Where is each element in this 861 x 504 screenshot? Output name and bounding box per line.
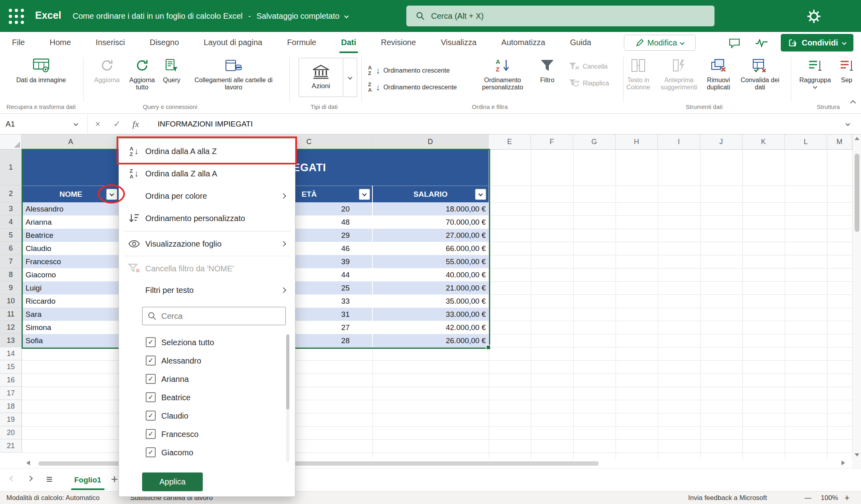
row-header-6[interactable]: 6 — [0, 242, 22, 255]
column-header-E[interactable]: E — [489, 134, 531, 150]
data-validation-button[interactable]: Convalida dei dati — [736, 56, 784, 91]
row-header-9[interactable]: 9 — [0, 281, 22, 294]
cell-nome[interactable]: Sofia — [22, 334, 120, 347]
query-button[interactable]: Query — [157, 56, 186, 84]
tab-inserisci[interactable]: Inserisci — [96, 32, 125, 53]
cell-salario[interactable]: 18.000,00 € — [372, 202, 489, 215]
zoom-level[interactable]: 100% — [817, 492, 841, 504]
fx-icon[interactable]: fx — [129, 114, 143, 134]
filter-button[interactable]: Filtro — [534, 56, 560, 84]
menu-item-sort-by-color[interactable]: Ordina per colore — [119, 185, 295, 207]
search-box[interactable]: Cerca (Alt + X) — [406, 6, 715, 26]
row-header-13[interactable]: 13 — [0, 334, 22, 347]
sort-descending-button[interactable]: ZA↓ Ordinamento decrescente — [368, 82, 457, 93]
apply-button[interactable]: Applica — [142, 472, 203, 491]
checkbox-checked[interactable]: ✓ — [146, 447, 156, 457]
activity-button[interactable] — [752, 35, 771, 51]
tab-file[interactable]: File — [12, 32, 25, 53]
menu-item-sort-z-to-a[interactable]: ZA↓ Ordina dalla Z alla A — [119, 162, 295, 185]
tab-guida[interactable]: Guida — [570, 32, 591, 53]
tab-automatizza[interactable]: Automatizza — [501, 32, 545, 53]
row-header-19[interactable]: 19 — [0, 413, 22, 426]
column-header-D[interactable]: D — [372, 134, 489, 150]
checkbox-checked[interactable]: ✓ — [146, 374, 156, 384]
cell-nome[interactable]: Francesco — [22, 255, 120, 268]
checkbox-checked[interactable]: ✓ — [146, 411, 156, 421]
column-header-K[interactable]: K — [742, 134, 785, 150]
ungroup-button[interactable]: Sep — [831, 56, 861, 84]
actions-dropdown-button[interactable] — [343, 58, 357, 97]
filter-checkbox-row[interactable]: ✓Alessandro — [119, 352, 295, 370]
cell-nome[interactable]: Alessandro — [22, 202, 120, 215]
checkbox-checked[interactable]: ✓ — [146, 356, 156, 366]
nome-filter-button[interactable] — [106, 189, 117, 200]
header-salario[interactable]: SALARIO — [372, 186, 489, 203]
column-header-H[interactable]: H — [616, 134, 658, 150]
row-header-17[interactable]: 17 — [0, 387, 22, 400]
next-sheet-icon[interactable] — [27, 476, 33, 481]
column-header-L[interactable]: L — [785, 134, 827, 150]
cell-nome[interactable]: Riccardo — [22, 294, 120, 308]
column-header-G[interactable]: G — [573, 134, 616, 150]
feedback-link[interactable]: Invia feedback a Microsoft — [688, 492, 767, 504]
select-all-button[interactable] — [0, 134, 22, 150]
cell-nome[interactable]: Luigi — [22, 281, 120, 294]
fill-handle[interactable] — [486, 345, 491, 350]
row-header-4[interactable]: 4 — [0, 215, 22, 229]
row-header-10[interactable]: 10 — [0, 294, 22, 308]
tab-revisione[interactable]: Revisione — [381, 32, 416, 53]
text-to-columns-button[interactable]: Testo in Colonne — [617, 56, 659, 91]
cell-nome[interactable]: Arianna — [22, 215, 120, 229]
eta-filter-button[interactable] — [359, 189, 370, 200]
menu-list-scrollbar-thumb[interactable] — [286, 334, 289, 409]
scroll-left-icon[interactable] — [26, 461, 30, 465]
comments-button[interactable] — [725, 35, 744, 51]
row-header-14[interactable]: 14 — [0, 347, 22, 360]
column-header-A[interactable]: A — [22, 134, 120, 150]
filter-checkbox-row[interactable]: ✓Arianna — [119, 370, 295, 388]
tab-disegno[interactable]: Disegno — [150, 32, 179, 53]
checkbox-checked[interactable]: ✓ — [146, 429, 156, 439]
tab-layout-di-pagina[interactable]: Layout di pagina — [204, 32, 262, 53]
workbook-links-button[interactable]: Collegamenti alle cartelle di lavoro — [191, 56, 276, 91]
cell-salario[interactable]: 55.000,00 € — [372, 255, 489, 268]
cell-nome[interactable]: Giacomo — [22, 268, 120, 281]
menu-item-clear-filter[interactable]: Cancella filtro da 'NOME' — [119, 257, 295, 280]
zoom-out-button[interactable]: — — [802, 492, 813, 504]
cell-salario[interactable]: 33.000,00 € — [372, 308, 489, 321]
checkbox-checked[interactable]: ✓ — [146, 337, 156, 347]
share-button[interactable]: Condividi — [781, 34, 853, 51]
refresh-all-button[interactable]: Aggiorna tutto — [124, 56, 160, 91]
refresh-button[interactable]: Aggiorna — [89, 56, 125, 84]
all-sheets-menu-icon[interactable]: ≡ — [46, 473, 53, 486]
vertical-scrollbar[interactable] — [852, 134, 861, 459]
column-header-M[interactable]: M — [827, 134, 852, 150]
name-box[interactable]: A1 — [0, 114, 88, 134]
enter-icon[interactable]: ✓ — [111, 114, 123, 134]
row-header-20[interactable]: 20 — [0, 426, 22, 439]
tab-home[interactable]: Home — [49, 32, 71, 53]
row-header-5[interactable]: 5 — [0, 229, 22, 242]
cell-nome[interactable]: Claudio — [22, 242, 120, 255]
cell-nome[interactable]: Beatrice — [22, 229, 120, 242]
scroll-up-icon[interactable] — [855, 137, 859, 140]
tab-dati[interactable]: Dati — [341, 32, 356, 53]
scroll-right-icon[interactable] — [841, 461, 845, 465]
data-from-picture-button[interactable]: Dati da immagine — [13, 56, 69, 84]
previous-sheet-icon[interactable] — [10, 476, 15, 481]
cell-salario[interactable]: 42.000,00 € — [372, 321, 489, 334]
tab-formule[interactable]: Formule — [287, 32, 316, 53]
cell-salario[interactable]: 27.000,00 € — [372, 229, 489, 242]
menu-item-text-filters[interactable]: Filtri per testo — [119, 279, 295, 301]
row-header-12[interactable]: 12 — [0, 321, 22, 334]
cell-salario[interactable]: 70.000,00 € — [372, 215, 489, 229]
column-header-I[interactable]: I — [658, 134, 700, 150]
formula-input[interactable]: INFORMAZIONI IMPIEGATI — [158, 114, 253, 134]
tab-visualizza[interactable]: Visualizza — [441, 32, 477, 53]
remove-duplicates-button[interactable]: Rimuovi duplicati — [697, 56, 740, 91]
app-launcher-button[interactable] — [7, 7, 26, 26]
menu-list-scrollbar[interactable] — [286, 334, 289, 462]
row-header-11[interactable]: 11 — [0, 308, 22, 321]
cancel-icon[interactable]: × — [92, 114, 104, 134]
group-button[interactable]: Raggruppa — [794, 56, 836, 88]
